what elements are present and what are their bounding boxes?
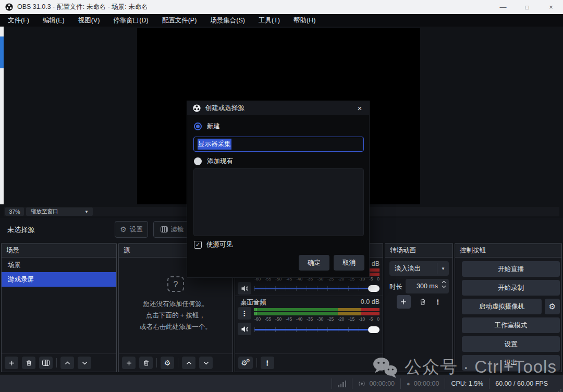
slider-handle[interactable] [368, 285, 380, 292]
trash-icon [143, 360, 150, 366]
remove-scene-button[interactable] [22, 357, 35, 369]
broadcast-icon [358, 381, 365, 387]
virtual-camera-button[interactable]: 启动虚拟摄像机 [462, 299, 542, 314]
db-tick-label: -10 [359, 316, 365, 322]
add-source-button[interactable] [122, 357, 136, 369]
filters-icon [161, 226, 168, 232]
mixer-options-button[interactable]: ⋮ [238, 307, 251, 320]
zoom-mode-label: 缩放至窗口 [31, 208, 58, 215]
transition-select[interactable]: 淡入淡出 ▼ [389, 261, 449, 276]
db-tick-label: -40 [296, 316, 302, 322]
transition-current: 淡入淡出 [395, 264, 421, 273]
minimize-button[interactable]: — [491, 0, 515, 14]
empty-state-line: 点击下面的 + 按钮， [119, 310, 232, 321]
scene-item-2[interactable]: 游戏录屏 [2, 272, 116, 287]
watermark-text: 公众号 · Ctrl+Tools [405, 356, 557, 379]
chevron-up-icon [186, 360, 192, 366]
make-source-visible-checkbox[interactable]: ✓ 使源可见 [194, 240, 232, 249]
spinner-up-icon[interactable] [442, 280, 446, 284]
db-tick-label: -35 [307, 316, 313, 322]
source-filters-button[interactable]: 滤镜 [153, 221, 191, 238]
menu-item-7[interactable]: 工具(T) [252, 14, 287, 27]
chevron-down-icon: ▼ [441, 266, 445, 271]
source-name-input[interactable]: 显示器采集 [193, 137, 364, 152]
toolbar-separator [156, 358, 157, 368]
close-button[interactable]: × [539, 0, 563, 14]
fps-indicator: 60.00 / 60.00 FPS [489, 380, 554, 387]
settings-button[interactable]: 设置 [462, 336, 560, 352]
db-tick-label: -5 [369, 316, 373, 322]
menu-item-5[interactable]: 配置文件(P) [155, 14, 204, 27]
network-status [332, 381, 352, 387]
scenes-toolbar [2, 353, 116, 372]
radio-add-existing[interactable]: 添加现有 [194, 157, 233, 166]
menu-item-3[interactable]: 视图(V) [71, 14, 107, 27]
db-tick-label: 0 [377, 316, 380, 322]
empty-state-line: 您还没有添加任何源。 [119, 298, 232, 310]
start-streaming-button[interactable]: 开始直播 [462, 261, 560, 277]
source-move-down-button[interactable] [199, 357, 213, 369]
add-transition-button[interactable] [397, 295, 411, 309]
radio-create-new[interactable]: 新建 [194, 122, 220, 131]
zoom-percent: 37% [5, 207, 24, 216]
menu-bar: 文件(F)编辑(E)视图(V)停靠窗口(D)配置文件(P)场景集合(S)工具(T… [0, 14, 563, 27]
controls-header: 控制按钮 [455, 244, 561, 258]
dropdown-separator [437, 263, 437, 274]
menu-item-4[interactable]: 停靠窗口(D) [106, 14, 155, 27]
scene-filters-button[interactable] [39, 357, 53, 369]
chevron-up-icon [64, 360, 71, 366]
db-tick-label: -15 [348, 316, 354, 322]
create-source-dialog: 创建或选择源 × 新建 显示器采集 添加现有 ✓ 使源可见 确定 取消 [187, 101, 370, 278]
scenes-list: 场景游戏录屏 [2, 258, 116, 287]
zoom-mode-dropdown[interactable]: 缩放至窗口 ▼ [26, 207, 93, 216]
studio-mode-button[interactable]: 工作室模式 [462, 317, 560, 333]
toolbar-separator [256, 358, 257, 368]
title-bar: OBS 31.0.3 - 配置文件: 未命名 - 场景: 未命名 — □ × [0, 0, 563, 14]
mute-button[interactable] [238, 323, 251, 335]
selected-text: 显示器采集 [198, 139, 231, 150]
chevron-down-icon [203, 360, 210, 366]
mixer-row1-db: dB [372, 260, 380, 267]
menu-item-8[interactable]: 帮助(H) [287, 14, 322, 27]
cancel-button[interactable]: 取消 [334, 255, 364, 271]
menu-item-6[interactable]: 场景集合(S) [203, 14, 252, 27]
source-properties-button[interactable]: ⚙ [161, 357, 174, 369]
source-properties-button[interactable]: ⚙ 设置 [115, 221, 148, 238]
background-window-sliver [0, 27, 4, 204]
mute-button[interactable] [238, 282, 251, 295]
source-properties-label: 设置 [130, 225, 143, 234]
menu-item-1[interactable]: 文件(F) [1, 14, 36, 27]
advanced-audio-button[interactable]: ⚙ ⚙ [238, 357, 253, 369]
transition-menu-button[interactable]: ⋮ [435, 298, 442, 306]
volume-slider[interactable] [254, 285, 380, 292]
scene-item-1[interactable]: 场景 [2, 258, 116, 272]
dialog-close-button[interactable]: × [350, 101, 369, 115]
menu-item-2[interactable]: 编辑(E) [36, 14, 71, 27]
scene-move-down-button[interactable] [78, 357, 91, 369]
sources-empty-text: 您还没有添加任何源。点击下面的 + 按钮，或者右击此处添加一个。 [119, 298, 232, 333]
spinner-down-icon[interactable] [442, 285, 446, 288]
source-move-up-button[interactable] [182, 357, 195, 369]
visible-checkbox-label: 使源可见 [206, 240, 232, 249]
remove-transition-button[interactable] [419, 298, 426, 305]
controls-panel: 控制按钮 开始直播 开始录制 启动虚拟摄像机 ⚙ 工作室模式 设置 退出 [455, 243, 562, 372]
resize-grip[interactable] [560, 389, 561, 390]
maximize-button[interactable]: □ [515, 0, 539, 14]
ok-button[interactable]: 确定 [299, 255, 329, 271]
sources-toolbar: ⚙ [119, 353, 232, 372]
duration-spinbox[interactable]: 300 ms [406, 279, 449, 293]
volume-slider[interactable] [254, 326, 380, 333]
existing-sources-list[interactable] [193, 168, 364, 236]
dots-vertical-icon: ⋮ [264, 359, 271, 367]
audio-source-name: 桌面音频 [240, 298, 266, 307]
stream-time-value: 00:00:00 [369, 380, 395, 387]
start-recording-button[interactable]: 开始录制 [462, 280, 560, 296]
mixer-row2-ticks: -60-55-50-45-40-35-30-25-20-15-10-50 [254, 316, 380, 322]
slider-handle[interactable] [368, 326, 380, 333]
mixer-menu-button[interactable]: ⋮ [261, 357, 274, 369]
question-box-icon: ? [167, 276, 184, 292]
add-scene-button[interactable] [5, 357, 18, 369]
remove-source-button[interactable] [139, 357, 153, 369]
scene-move-up-button[interactable] [60, 357, 74, 369]
virtual-camera-config-button[interactable]: ⚙ [545, 299, 560, 314]
